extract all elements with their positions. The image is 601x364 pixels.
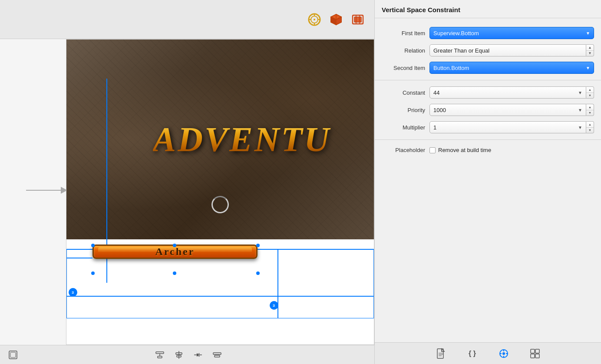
h-constraint-line-mid [66, 296, 374, 297]
bottom-toolbar [0, 345, 374, 364]
relation-stepper[interactable]: ▲ ▼ [586, 44, 594, 56]
first-item-label: First Item [382, 30, 425, 36]
multiplier-label: Multiplier [382, 124, 425, 131]
svg-rect-45 [531, 349, 535, 353]
first-item-row: First Item Superview.Bottom ▼ [375, 24, 601, 42]
inspector-panel: Vertical Space Constraint First Item Sup… [374, 0, 601, 364]
archer-button-text: Archer [155, 246, 195, 258]
multiplier-row: Multiplier 1 ▼ ▲ ▼ [375, 119, 601, 136]
first-item-arrow: ▼ [586, 31, 590, 36]
align-edges-button[interactable] [192, 349, 204, 361]
panel-header: Vertical Space Constraint [375, 0, 601, 18]
cube-icon[interactable] [328, 12, 344, 27]
svg-rect-32 [213, 353, 221, 354]
canvas-panel: ADVENTU ≥ ≥ [0, 0, 374, 364]
constant-arrow: ▼ [578, 90, 582, 95]
right-constraint-badge: ≥ [270, 301, 278, 310]
frame-icon[interactable] [307, 12, 322, 27]
priority-dropdown[interactable]: 1000 ▼ [429, 104, 586, 116]
archer-button-wrapper[interactable]: Archer [92, 245, 258, 259]
grid-tab[interactable] [528, 347, 542, 361]
panel-title: Vertical Space Constraint [382, 6, 594, 13]
left-arrow-line [66, 258, 92, 258]
constant-row: Constant 44 ▼ ▲ ▼ [375, 84, 601, 101]
constant-stepper-up[interactable]: ▲ [586, 87, 594, 93]
align-center-button[interactable] [173, 349, 185, 361]
button-constraint-section: ≥ ≥ Archer [66, 249, 374, 318]
initial-arrow-indicator [26, 182, 69, 202]
align-h-button[interactable] [154, 349, 166, 361]
view-box-button[interactable] [7, 349, 19, 361]
first-item-value: Superview.Bottom [433, 30, 586, 36]
divider-2 [375, 139, 601, 140]
placeholder-checkbox[interactable] [429, 147, 436, 153]
svg-marker-35 [442, 349, 444, 351]
multiplier-stepper-down[interactable]: ▼ [586, 128, 594, 133]
adventure-title-text: ADVENTU [153, 120, 331, 159]
second-item-row: Second Item Button.Bottom ▼ [375, 59, 601, 76]
multiplier-control: 1 ▼ ▲ ▼ [429, 121, 594, 133]
constant-dropdown[interactable]: 44 ▼ [429, 86, 586, 99]
multiplier-dropdown[interactable]: 1 ▼ [429, 121, 586, 133]
archer-button[interactable]: Archer [92, 245, 258, 259]
svg-rect-47 [531, 354, 535, 358]
svg-rect-48 [535, 354, 539, 358]
relation-dropdown[interactable]: Greater Than or Equal [429, 44, 586, 56]
first-item-control[interactable]: Superview.Bottom ▼ [429, 27, 594, 39]
canvas-area: ADVENTU ≥ ≥ [0, 39, 374, 345]
svg-point-40 [502, 352, 505, 355]
svg-rect-21 [10, 352, 16, 357]
second-item-value: Button.Bottom [433, 65, 586, 71]
selection-handle-br [256, 271, 260, 275]
relation-row: Relation Greater Than or Equal ▲ ▼ [375, 42, 601, 59]
selection-handle-bl [91, 271, 95, 275]
view-controller-canvas: ADVENTU ≥ ≥ [66, 39, 374, 345]
svg-rect-46 [535, 349, 539, 353]
panel-body: First Item Superview.Bottom ▼ Relation G… [375, 18, 601, 342]
divider-1 [375, 80, 601, 80]
priority-control: 1000 ▼ ▲ ▼ [429, 104, 594, 116]
placeholder-control[interactable]: Remove at build time [429, 147, 491, 153]
multiplier-arrow: ▼ [578, 125, 582, 130]
second-item-label: Second Item [382, 65, 425, 71]
code-tab[interactable]: { } [466, 347, 479, 361]
selection-handle-bc [173, 271, 176, 275]
multiplier-stepper-up[interactable]: ▲ [586, 122, 594, 128]
file-tab[interactable] [434, 347, 448, 361]
second-item-control[interactable]: Button.Bottom ▼ [429, 62, 594, 74]
priority-stepper-down[interactable]: ▼ [586, 110, 594, 116]
constant-stepper-down[interactable]: ▼ [586, 93, 594, 99]
placeholder-row: Placeholder Remove at build time [375, 143, 601, 157]
first-item-dropdown[interactable]: Superview.Bottom ▼ [429, 27, 594, 39]
selection-handle-tl [91, 244, 95, 247]
multiplier-value: 1 [433, 124, 578, 131]
constant-control: 44 ▼ ▲ ▼ [429, 86, 594, 99]
relation-up[interactable]: ▲ [586, 45, 594, 51]
priority-stepper-up[interactable]: ▲ [586, 104, 594, 110]
outer-constraint-box [66, 249, 374, 318]
constant-value: 44 [433, 89, 578, 96]
svg-point-2 [314, 19, 315, 20]
loading-spinner [211, 196, 229, 213]
relation-down[interactable]: ▼ [586, 51, 594, 56]
panel-footer: { } [375, 342, 601, 364]
relation-control: Greater Than or Equal ▲ ▼ [429, 44, 594, 56]
top-toolbar [0, 0, 374, 39]
view-icon[interactable] [350, 12, 366, 27]
priority-row: Priority 1000 ▼ ▲ ▼ [375, 101, 601, 119]
align-r-button[interactable] [211, 349, 223, 361]
constant-stepper[interactable]: ▲ ▼ [586, 86, 594, 99]
svg-rect-33 [215, 355, 220, 357]
priority-stepper[interactable]: ▲ ▼ [586, 104, 594, 116]
placeholder-label: Placeholder [382, 147, 425, 153]
circle-tab[interactable] [497, 347, 511, 361]
second-item-dropdown[interactable]: Button.Bottom ▼ [429, 62, 594, 74]
placeholder-text: Remove at build time [438, 147, 491, 153]
left-constraint-badge: ≥ [69, 288, 77, 297]
svg-rect-15 [354, 17, 361, 22]
relation-value: Greater Than or Equal [433, 47, 582, 54]
multiplier-stepper[interactable]: ▲ ▼ [586, 121, 594, 133]
priority-value: 1000 [433, 107, 578, 113]
relation-label: Relation [382, 47, 425, 54]
priority-label: Priority [382, 107, 425, 113]
